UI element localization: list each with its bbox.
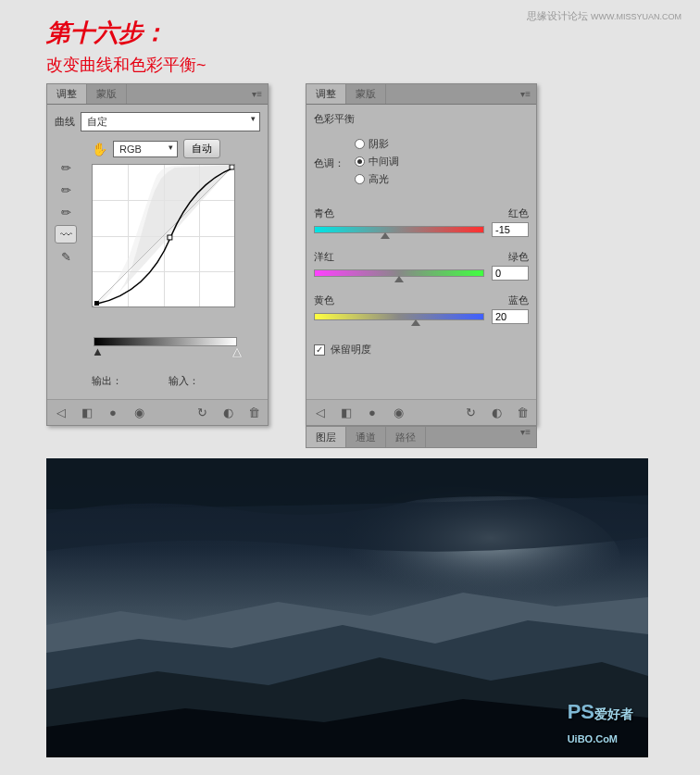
color-balance-panel: 调整 蒙版 ▾≡ 色彩平衡 色调： 阴影 中间调 高光 青色红色 洋红绿色 黄色… [306, 83, 537, 426]
eyedropper-black-icon[interactable]: ✏ [55, 158, 77, 177]
slider-value-input[interactable] [492, 222, 529, 237]
radio-highlights-label: 高光 [369, 172, 389, 186]
clip-icon-r[interactable]: ◧ [338, 405, 355, 421]
slider-right-label: 红色 [508, 206, 529, 220]
panel-menu-icon[interactable]: ▾≡ [246, 89, 268, 99]
panel-menu-icon-r[interactable]: ▾≡ [515, 89, 536, 99]
visibility-icon[interactable]: ● [105, 405, 121, 421]
gradient-strip [94, 337, 237, 346]
delete-icon-r[interactable]: 🗑 [514, 405, 531, 421]
curves-tools: ✏ ✏ ✏ 〰 ✎ [55, 158, 77, 266]
panel-tabs-right: 调整 蒙版 ▾≡ [306, 84, 536, 105]
svg-rect-2 [94, 301, 99, 306]
slider-track[interactable] [314, 269, 484, 277]
step-subtitle: 改变曲线和色彩平衡~ [46, 54, 206, 76]
svg-rect-3 [230, 165, 234, 169]
curves-label: 曲线 [55, 115, 75, 129]
slider-thumb[interactable] [411, 319, 420, 326]
slider-thumb[interactable] [394, 276, 404, 282]
tab-adjust[interactable]: 调整 [47, 84, 87, 104]
layers-menu-icon[interactable]: ▾≡ [515, 427, 536, 447]
radio-midtones-label: 中间调 [369, 155, 399, 169]
clip-icon[interactable]: ◧ [79, 405, 95, 421]
input-label: 输入： [169, 374, 199, 388]
pencil-tool-icon[interactable]: ✎ [55, 247, 77, 266]
site-header: 思缘设计论坛 WWW.MISSYUAN.COM [527, 9, 681, 23]
radio-shadows-label: 阴影 [369, 137, 389, 151]
panel-footer-r: ◁ ◧ ● ◉ ↻ ◐ 🗑 [306, 399, 536, 425]
tone-label: 色调： [314, 156, 344, 170]
reset-icon[interactable]: ↻ [194, 405, 210, 421]
preserve-luminosity-label: 保留明度 [331, 343, 371, 356]
preserve-luminosity-checkbox[interactable] [314, 344, 325, 356]
slider-left-label: 黄色 [314, 294, 334, 307]
eyedropper-gray-icon[interactable]: ✏ [55, 181, 77, 199]
delete-icon[interactable]: 🗑 [245, 405, 262, 421]
tab-channels[interactable]: 通道 [346, 427, 386, 447]
tab-adjust-r[interactable]: 调整 [306, 84, 346, 104]
step-title: 第十六步： [46, 17, 167, 49]
view-icon-r[interactable]: ◉ [390, 405, 406, 421]
white-point-slider[interactable]: △ [232, 344, 242, 358]
tab-mask-r[interactable]: 蒙版 [346, 84, 386, 104]
preset-dropdown[interactable]: 自定 [81, 112, 260, 131]
slider-row-1: 洋红绿色 [314, 250, 529, 281]
black-point-slider[interactable]: ▲ [92, 344, 104, 358]
curves-graph[interactable] [92, 164, 235, 307]
result-preview: PS爱好者 UiBO.CoM [46, 458, 648, 757]
tab-mask[interactable]: 蒙版 [87, 84, 127, 104]
slider-value-input[interactable] [492, 309, 529, 324]
slider-track[interactable] [314, 313, 484, 320]
radio-shadows[interactable] [355, 139, 365, 149]
watermark: PS爱好者 UiBO.CoM [568, 700, 633, 748]
hand-tool-icon[interactable]: ✋ [92, 142, 107, 156]
slider-row-2: 黄色蓝色 [314, 294, 529, 324]
color-balance-title: 色彩平衡 [314, 112, 529, 126]
prev-icon[interactable]: ◐ [219, 405, 236, 421]
panel-footer: ◁ ◧ ● ◉ ↻ ◐ 🗑 [47, 399, 268, 425]
tab-paths[interactable]: 路径 [386, 427, 426, 447]
slider-value-input[interactable] [492, 266, 529, 281]
curve-tool-icon[interactable]: 〰 [55, 225, 77, 244]
panel-tabs: 调整 蒙版 ▾≡ [47, 84, 268, 105]
radio-midtones[interactable] [355, 156, 365, 167]
reset-icon-r[interactable]: ↻ [462, 405, 479, 421]
channel-dropdown[interactable]: RGB [113, 141, 178, 157]
slider-right-label: 绿色 [508, 250, 529, 264]
slider-thumb[interactable] [381, 232, 390, 239]
curves-panel: 调整 蒙版 ▾≡ 曲线 自定 ✋ RGB 自动 ✏ ✏ ✏ 〰 ✎ [46, 83, 269, 426]
visibility-icon-r[interactable]: ● [364, 405, 381, 421]
back-icon-r[interactable]: ◁ [312, 405, 329, 421]
radio-highlights[interactable] [355, 174, 365, 184]
output-label: 输出： [92, 374, 122, 388]
back-icon[interactable]: ◁ [53, 405, 69, 421]
slider-left-label: 洋红 [314, 250, 334, 264]
auto-button[interactable]: 自动 [183, 139, 220, 158]
svg-rect-1 [168, 235, 172, 240]
slider-row-0: 青色红色 [314, 206, 529, 237]
slider-track[interactable] [314, 226, 484, 233]
layers-panel-tabs: 图层 通道 路径 ▾≡ [306, 426, 537, 448]
prev-icon-r[interactable]: ◐ [488, 405, 505, 421]
slider-left-label: 青色 [314, 206, 334, 220]
view-icon[interactable]: ◉ [131, 405, 147, 421]
slider-right-label: 蓝色 [508, 294, 529, 307]
tab-layers[interactable]: 图层 [306, 427, 346, 447]
eyedropper-white-icon[interactable]: ✏ [55, 203, 77, 221]
